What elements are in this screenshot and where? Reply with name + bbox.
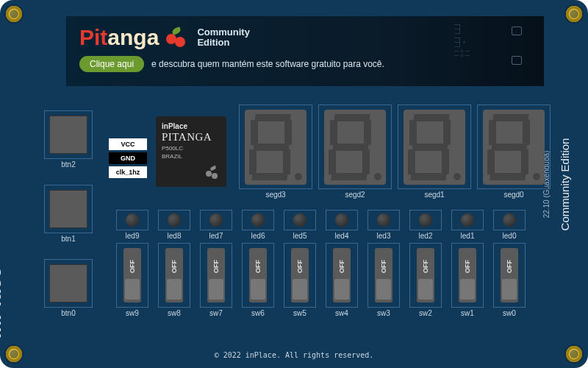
switch-state: OFF <box>129 260 136 273</box>
led-led5 <box>284 210 316 230</box>
switch-state: OFF <box>212 260 220 273</box>
switch-sw3[interactable]: OFF <box>375 248 392 302</box>
switch-state: OFF <box>422 260 429 273</box>
led-label: led6 <box>242 232 274 240</box>
cta-button[interactable]: Clique aqui <box>79 56 144 72</box>
seven-segment-segd1 <box>398 105 471 189</box>
switch-label: sw9 <box>116 309 148 317</box>
switch-label: sw7 <box>200 309 232 317</box>
push-button-btn1[interactable] <box>44 185 93 233</box>
seven-segment-segd0 <box>477 105 551 189</box>
led-label: led4 <box>326 232 358 240</box>
footer-copyright: © 2022 inPlace. All rights reserved. <box>0 351 588 359</box>
chip-berry-icon <box>206 166 219 180</box>
screw-icon <box>6 6 22 22</box>
switch-label: sw6 <box>242 309 274 317</box>
led-led6 <box>242 210 274 230</box>
pitanga-logo-text: Pitanga <box>79 25 159 50</box>
led-led4 <box>326 210 358 230</box>
switch-label: sw5 <box>284 309 316 317</box>
switch-sw4[interactable]: OFF <box>333 248 351 302</box>
led-led9 <box>116 210 148 230</box>
switch-sw7[interactable]: OFF <box>207 248 225 302</box>
led-led2 <box>409 210 442 230</box>
brand-label: inPlace <box>0 266 6 339</box>
led-led1 <box>451 210 484 230</box>
segment-label: segd2 <box>318 191 392 199</box>
led-label: led0 <box>493 232 526 240</box>
banner[interactable]: Pitanga Community Edition Clique aqui e … <box>66 16 544 86</box>
switch-state: OFF <box>380 260 387 273</box>
led-label: led3 <box>368 232 400 240</box>
switch-label: sw3 <box>368 309 400 317</box>
version-sidebar: Community Edition 22.10 (Guaxenduba) <box>553 0 578 368</box>
version-edition: Community Edition <box>559 138 572 230</box>
banner-tagline: e descubra quem mantém este software gra… <box>151 59 384 69</box>
led-label: led7 <box>200 232 232 240</box>
switch-label: sw2 <box>409 309 442 317</box>
circuit-diagram-icon: ──┐──┤──┘──┐──┤ >──┘── ○ ──── ○ ── <box>454 22 535 79</box>
seven-segment-segd3 <box>239 105 312 189</box>
switch-sw5[interactable]: OFF <box>291 248 309 302</box>
pin-VCC: VCC <box>109 138 147 150</box>
switch-label: sw8 <box>158 309 190 317</box>
switch-label: sw0 <box>493 309 526 317</box>
switch-sw2[interactable]: OFF <box>417 248 434 302</box>
switch-state: OFF <box>171 260 178 273</box>
switch-sw9[interactable]: OFF <box>123 248 141 302</box>
chip-brand: inPlace <box>162 122 220 130</box>
led-label: led8 <box>158 232 190 240</box>
fpga-board: Pitanga Community Edition Clique aqui e … <box>0 0 588 368</box>
pin-GND: GND <box>109 152 147 164</box>
push-button-btn2[interactable] <box>44 110 93 159</box>
chip-country: BRAZIL <box>162 153 220 160</box>
switch-sw6[interactable]: OFF <box>249 248 267 302</box>
led-led0 <box>493 210 526 230</box>
switch-state: OFF <box>506 260 513 273</box>
edition-label: Community Edition <box>197 27 250 48</box>
pitanga-berry-icon <box>165 26 187 49</box>
push-button-btn0[interactable] <box>44 259 93 308</box>
segment-label: segd1 <box>398 191 471 199</box>
push-button-label: btn2 <box>44 160 93 169</box>
led-label: led5 <box>284 232 316 240</box>
seven-segment-segd2 <box>318 105 392 189</box>
switch-label: sw4 <box>326 309 358 317</box>
switch-state: OFF <box>464 260 471 273</box>
led-label: led1 <box>451 232 484 240</box>
switch-sw1[interactable]: OFF <box>459 248 476 302</box>
switch-state: OFF <box>296 260 304 273</box>
switch-label: sw1 <box>451 309 484 317</box>
push-button-label: btn1 <box>44 235 93 243</box>
chip-name: PITANGA <box>162 131 220 144</box>
chip-model: P500LC <box>162 145 220 152</box>
switch-sw8[interactable]: OFF <box>165 248 183 302</box>
fpga-chip: inPlace PITANGA P500LC BRAZIL <box>156 116 226 187</box>
pin-clk_1hz: clk_1hz <box>109 166 147 178</box>
segment-label: segd3 <box>239 191 312 199</box>
led-label: led9 <box>116 232 148 240</box>
switch-state: OFF <box>254 260 262 273</box>
led-led8 <box>158 210 190 230</box>
led-led3 <box>368 210 400 230</box>
led-led7 <box>200 210 232 230</box>
segment-label: segd0 <box>477 191 551 199</box>
push-button-label: btn0 <box>44 309 93 317</box>
switch-state: OFF <box>338 260 345 273</box>
led-label: led2 <box>409 232 442 240</box>
switch-sw0[interactable]: OFF <box>501 248 518 302</box>
